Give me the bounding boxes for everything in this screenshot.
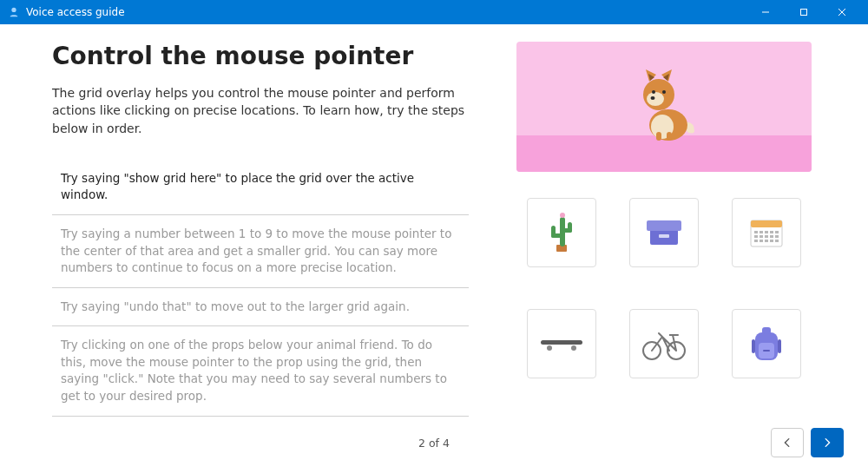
props-grid [527,198,801,378]
svg-rect-36 [754,240,758,242]
svg-rect-35 [775,235,779,238]
prop-box[interactable] [629,198,699,267]
svg-rect-23 [659,234,669,238]
prop-bicycle[interactable] [629,309,699,378]
svg-rect-27 [760,231,763,233]
titlebar: Voice access guide [0,0,868,24]
svg-point-20 [560,213,565,218]
svg-point-0 [11,8,16,12]
minimize-button[interactable] [746,0,785,24]
prop-calendar[interactable] [732,198,801,267]
prop-cactus[interactable] [527,198,596,267]
page-intro: The grid overlay helps you control the m… [52,84,469,137]
svg-rect-25 [751,220,782,227]
window-title: Voice access guide [26,6,125,18]
svg-rect-30 [775,231,779,233]
step-2: Try saying a number between 1 to 9 to mo… [52,215,469,288]
step-4: Try clicking on one of the props below y… [52,326,469,416]
svg-rect-12 [656,132,661,141]
step-3: Try saying "undo that" to move out to th… [52,288,469,327]
steps-list: Try saying "show grid here" to place the… [52,160,469,417]
svg-rect-48 [762,327,771,334]
svg-point-11 [651,96,655,100]
svg-rect-13 [667,132,672,141]
svg-rect-26 [754,231,758,233]
svg-rect-31 [754,235,758,238]
svg-rect-33 [765,235,768,238]
illustration-pane [495,42,833,425]
prev-button[interactable] [771,428,804,457]
prop-skateboard[interactable] [527,309,596,378]
svg-rect-51 [763,350,770,352]
svg-point-9 [652,90,655,94]
next-button[interactable] [811,428,844,457]
svg-rect-2 [801,10,807,16]
instructions-pane: Control the mouse pointer The grid overl… [52,42,495,425]
svg-rect-19 [563,228,572,233]
svg-rect-41 [541,340,582,345]
page-heading: Control the mouse pointer [52,42,469,70]
content: Control the mouse pointer The grid overl… [0,24,868,425]
svg-point-42 [547,345,552,351]
app-icon [7,5,21,19]
dog-icon [625,56,703,146]
step-1: Try saying "show grid here" to place the… [52,160,469,215]
svg-rect-28 [765,231,768,233]
svg-point-10 [662,90,666,94]
svg-rect-50 [778,339,781,353]
close-button[interactable] [823,0,861,24]
svg-point-43 [571,345,576,351]
animal-scene [516,42,812,172]
svg-rect-38 [765,240,768,242]
svg-rect-32 [760,235,763,238]
svg-rect-17 [551,233,562,238]
svg-rect-37 [760,240,763,242]
svg-rect-49 [752,339,755,353]
svg-rect-40 [775,240,779,242]
svg-rect-39 [770,240,773,242]
footer: 2 of 4 [0,425,868,460]
svg-rect-29 [770,231,773,233]
svg-rect-22 [647,220,681,231]
maximize-button[interactable] [785,0,823,24]
svg-rect-34 [770,235,773,238]
page-indicator: 2 of 4 [418,437,450,450]
prop-backpack[interactable] [732,309,801,378]
svg-point-8 [647,92,664,106]
